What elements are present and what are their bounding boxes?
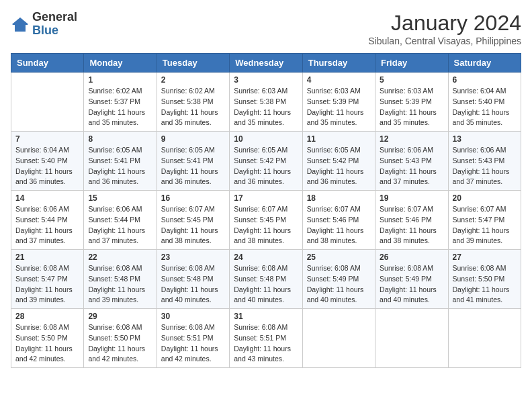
calendar-body: 1Sunrise: 6:02 AMSunset: 5:37 PMDaylight…	[11, 73, 521, 368]
day-info: Sunrise: 6:08 AMSunset: 5:49 PMDaylight:…	[380, 263, 443, 306]
day-info: Sunrise: 6:05 AMSunset: 5:42 PMDaylight:…	[307, 145, 371, 187]
calendar-cell: 18Sunrise: 6:07 AMSunset: 5:46 PMDayligh…	[302, 191, 375, 250]
day-info: Sunrise: 6:08 AMSunset: 5:51 PMDaylight:…	[234, 322, 298, 365]
day-number: 18	[307, 193, 371, 203]
day-info: Sunrise: 6:07 AMSunset: 5:45 PMDaylight:…	[161, 204, 225, 246]
day-number: 12	[380, 134, 443, 144]
day-info: Sunrise: 6:06 AMSunset: 5:43 PMDaylight:…	[453, 145, 517, 187]
weekday-header-friday: Friday	[375, 54, 448, 73]
day-info: Sunrise: 6:08 AMSunset: 5:47 PMDaylight:…	[15, 263, 79, 306]
day-number: 4	[307, 75, 371, 85]
weekday-header-saturday: Saturday	[448, 54, 521, 73]
calendar-week-row: 21Sunrise: 6:08 AMSunset: 5:47 PMDayligh…	[11, 250, 521, 309]
calendar-cell: 29Sunrise: 6:08 AMSunset: 5:50 PMDayligh…	[84, 309, 157, 368]
weekday-header-sunday: Sunday	[11, 54, 84, 73]
calendar-cell: 17Sunrise: 6:07 AMSunset: 5:45 PMDayligh…	[230, 191, 302, 250]
weekday-header-tuesday: Tuesday	[157, 54, 229, 73]
calendar-cell: 19Sunrise: 6:07 AMSunset: 5:46 PMDayligh…	[375, 191, 448, 250]
logo-icon	[11, 15, 30, 34]
day-info: Sunrise: 6:05 AMSunset: 5:42 PMDaylight:…	[234, 145, 298, 187]
day-number: 26	[380, 253, 443, 262]
day-info: Sunrise: 6:07 AMSunset: 5:46 PMDaylight:…	[307, 204, 371, 246]
calendar-cell	[375, 309, 448, 368]
day-info: Sunrise: 6:06 AMSunset: 5:43 PMDaylight:…	[380, 145, 443, 187]
day-number: 3	[234, 75, 298, 85]
day-number: 16	[161, 193, 225, 203]
calendar-cell: 6Sunrise: 6:04 AMSunset: 5:40 PMDaylight…	[448, 73, 521, 132]
calendar-cell	[448, 309, 521, 368]
calendar-cell: 30Sunrise: 6:08 AMSunset: 5:51 PMDayligh…	[157, 309, 229, 368]
day-info: Sunrise: 6:07 AMSunset: 5:46 PMDaylight:…	[380, 204, 443, 246]
calendar-cell: 26Sunrise: 6:08 AMSunset: 5:49 PMDayligh…	[375, 250, 448, 309]
calendar-cell: 13Sunrise: 6:06 AMSunset: 5:43 PMDayligh…	[448, 132, 521, 191]
day-info: Sunrise: 6:03 AMSunset: 5:39 PMDaylight:…	[380, 86, 443, 128]
calendar-cell: 14Sunrise: 6:06 AMSunset: 5:44 PMDayligh…	[11, 191, 84, 250]
calendar-cell: 2Sunrise: 6:02 AMSunset: 5:38 PMDaylight…	[157, 73, 229, 132]
day-number: 24	[234, 253, 298, 262]
day-info: Sunrise: 6:03 AMSunset: 5:38 PMDaylight:…	[234, 86, 298, 128]
day-info: Sunrise: 6:04 AMSunset: 5:40 PMDaylight:…	[15, 145, 79, 187]
day-info: Sunrise: 6:02 AMSunset: 5:37 PMDaylight:…	[88, 86, 152, 128]
day-info: Sunrise: 6:03 AMSunset: 5:39 PMDaylight:…	[307, 86, 371, 128]
calendar-week-row: 28Sunrise: 6:08 AMSunset: 5:50 PMDayligh…	[11, 309, 521, 368]
calendar-cell: 20Sunrise: 6:07 AMSunset: 5:47 PMDayligh…	[448, 191, 521, 250]
logo: General Blue	[11, 11, 77, 38]
day-info: Sunrise: 6:07 AMSunset: 5:47 PMDaylight:…	[453, 204, 517, 246]
day-number: 29	[88, 312, 152, 321]
day-info: Sunrise: 6:08 AMSunset: 5:50 PMDaylight:…	[88, 322, 152, 365]
day-info: Sunrise: 6:08 AMSunset: 5:48 PMDaylight:…	[88, 263, 152, 306]
calendar-cell: 9Sunrise: 6:05 AMSunset: 5:41 PMDaylight…	[157, 132, 229, 191]
day-number: 8	[88, 134, 152, 144]
day-info: Sunrise: 6:05 AMSunset: 5:41 PMDaylight:…	[161, 145, 225, 187]
calendar-week-row: 7Sunrise: 6:04 AMSunset: 5:40 PMDaylight…	[11, 132, 521, 191]
logo-text: General Blue	[32, 11, 77, 38]
day-info: Sunrise: 6:08 AMSunset: 5:50 PMDaylight:…	[453, 263, 517, 306]
day-info: Sunrise: 6:08 AMSunset: 5:50 PMDaylight:…	[15, 322, 79, 365]
calendar-cell: 24Sunrise: 6:08 AMSunset: 5:48 PMDayligh…	[230, 250, 302, 309]
day-number: 1	[88, 75, 152, 85]
day-number: 28	[15, 312, 79, 321]
day-info: Sunrise: 6:08 AMSunset: 5:48 PMDaylight:…	[161, 263, 225, 306]
calendar-table: SundayMondayTuesdayWednesdayThursdayFrid…	[11, 53, 521, 368]
day-number: 11	[307, 134, 371, 144]
day-info: Sunrise: 6:08 AMSunset: 5:51 PMDaylight:…	[161, 322, 225, 365]
calendar-cell: 4Sunrise: 6:03 AMSunset: 5:39 PMDaylight…	[302, 73, 375, 132]
calendar-cell	[11, 73, 84, 132]
day-info: Sunrise: 6:08 AMSunset: 5:49 PMDaylight:…	[307, 263, 371, 306]
calendar-cell: 3Sunrise: 6:03 AMSunset: 5:38 PMDaylight…	[230, 73, 302, 132]
day-number: 2	[161, 75, 225, 85]
calendar-cell: 25Sunrise: 6:08 AMSunset: 5:49 PMDayligh…	[302, 250, 375, 309]
day-number: 14	[15, 193, 79, 203]
calendar-cell: 11Sunrise: 6:05 AMSunset: 5:42 PMDayligh…	[302, 132, 375, 191]
calendar-header: SundayMondayTuesdayWednesdayThursdayFrid…	[11, 54, 521, 73]
day-number: 27	[453, 253, 517, 262]
calendar-cell: 21Sunrise: 6:08 AMSunset: 5:47 PMDayligh…	[11, 250, 84, 309]
calendar-cell: 27Sunrise: 6:08 AMSunset: 5:50 PMDayligh…	[448, 250, 521, 309]
day-number: 10	[234, 134, 298, 144]
day-number: 20	[453, 193, 517, 203]
weekday-header-thursday: Thursday	[302, 54, 375, 73]
calendar-cell: 8Sunrise: 6:05 AMSunset: 5:41 PMDaylight…	[84, 132, 157, 191]
calendar-cell: 1Sunrise: 6:02 AMSunset: 5:37 PMDaylight…	[84, 73, 157, 132]
day-info: Sunrise: 6:05 AMSunset: 5:41 PMDaylight:…	[88, 145, 152, 187]
calendar-cell: 31Sunrise: 6:08 AMSunset: 5:51 PMDayligh…	[230, 309, 302, 368]
weekday-header-wednesday: Wednesday	[230, 54, 302, 73]
day-info: Sunrise: 6:06 AMSunset: 5:44 PMDaylight:…	[88, 204, 152, 246]
location-title: Sibulan, Central Visayas, Philippines	[368, 36, 521, 46]
calendar-week-row: 14Sunrise: 6:06 AMSunset: 5:44 PMDayligh…	[11, 191, 521, 250]
day-number: 22	[88, 253, 152, 262]
day-info: Sunrise: 6:06 AMSunset: 5:44 PMDaylight:…	[15, 204, 79, 246]
day-number: 17	[234, 193, 298, 203]
day-number: 9	[161, 134, 225, 144]
day-number: 31	[234, 312, 298, 321]
calendar-cell: 10Sunrise: 6:05 AMSunset: 5:42 PMDayligh…	[230, 132, 302, 191]
calendar-week-row: 1Sunrise: 6:02 AMSunset: 5:37 PMDaylight…	[11, 73, 521, 132]
calendar-cell: 28Sunrise: 6:08 AMSunset: 5:50 PMDayligh…	[11, 309, 84, 368]
calendar-cell: 16Sunrise: 6:07 AMSunset: 5:45 PMDayligh…	[157, 191, 229, 250]
weekday-header-monday: Monday	[84, 54, 157, 73]
day-info: Sunrise: 6:07 AMSunset: 5:45 PMDaylight:…	[234, 204, 298, 246]
calendar-cell: 15Sunrise: 6:06 AMSunset: 5:44 PMDayligh…	[84, 191, 157, 250]
calendar-cell: 7Sunrise: 6:04 AMSunset: 5:40 PMDaylight…	[11, 132, 84, 191]
logo-blue: Blue	[32, 24, 77, 38]
day-info: Sunrise: 6:02 AMSunset: 5:38 PMDaylight:…	[161, 86, 225, 128]
